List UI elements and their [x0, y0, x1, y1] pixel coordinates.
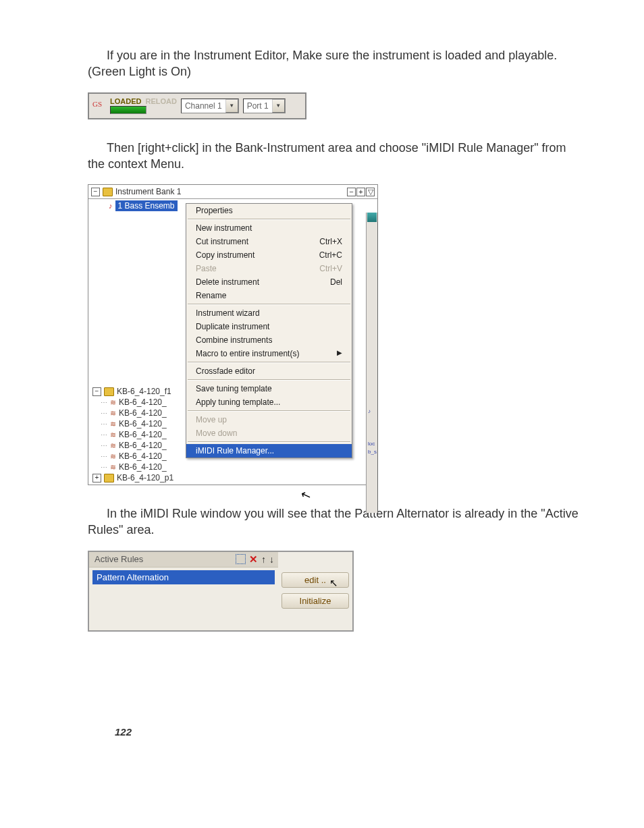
menu-cut-instrument[interactable]: Cut instrumentCtrl+X [186, 235, 352, 248]
menu-move-up: Move up [186, 413, 352, 426]
menu-separator [188, 410, 350, 412]
menu-combine-instruments[interactable]: Combine instruments [186, 333, 352, 347]
channel-value: Channel 1 [182, 101, 225, 111]
chevron-down-icon[interactable]: ▼ [272, 99, 285, 113]
group2-label: KB-6_4-120_p1 [117, 473, 173, 482]
paragraph-1: If you are in the Instrument Editor, Mak… [88, 47, 583, 80]
menu-rename[interactable]: Rename [186, 289, 352, 302]
region-label: KB-6_4-120_ [119, 419, 167, 429]
selected-instrument-row[interactable]: ♪ 1 Bass Ensemb [109, 200, 178, 211]
loaded-label: LOADED [110, 97, 141, 105]
strip-loc: loc [368, 441, 375, 447]
region-icon: ≋ [110, 420, 116, 429]
menu-paste: PasteCtrl+V [186, 262, 352, 275]
menu-separator [188, 379, 350, 381]
arrow-down-icon[interactable]: ↓ [269, 554, 274, 565]
region-label: KB-6_4-120_ [119, 397, 167, 407]
region-icon: ≋ [110, 409, 116, 418]
cursor-icon: ↖ [329, 577, 338, 589]
menu-macro[interactable]: Macro to entire instrument(s)▶ [186, 347, 352, 360]
menu-separator [188, 441, 350, 443]
edit-button[interactable]: edit .. [281, 572, 349, 588]
tree-group-2[interactable]: + KB-6_4-120_p1 [88, 472, 377, 483]
port-value: Port 1 [244, 101, 272, 111]
menu-copy-instrument[interactable]: Copy instrumentCtrl+C [186, 248, 352, 262]
menu-delete-instrument[interactable]: Delete instrumentDel [186, 275, 352, 289]
rules-list-area [89, 587, 278, 630]
menu-properties[interactable]: Properties [186, 204, 352, 217]
plus-button[interactable]: + [356, 188, 365, 196]
menu-move-down: Move down [186, 426, 352, 440]
menu-separator [188, 219, 350, 220]
region-icon: ≋ [110, 431, 116, 439]
collapse-icon[interactable]: − [91, 188, 100, 196]
context-menu: Properties New instrument Cut instrument… [186, 203, 352, 458]
strip-mark: ♪ [368, 408, 371, 414]
region-icon: ≋ [110, 398, 116, 407]
folder-icon [103, 188, 113, 196]
collapse-icon[interactable]: − [92, 387, 101, 396]
instrument-icon: ♪ [109, 202, 113, 210]
gs-icon: GS [92, 99, 106, 113]
strip-bs: b_s [368, 449, 377, 455]
region-icon: ≋ [110, 441, 116, 450]
chevron-down-icon[interactable]: ▼ [225, 99, 238, 113]
toolbar-loaded-strip: GS LOADED RELOAD Channel 1 ▼ Port 1 ▼ [88, 92, 306, 119]
region-icon: ≋ [110, 463, 116, 472]
arrow-up-icon[interactable]: ↑ [261, 554, 266, 565]
menu-new-instrument[interactable]: New instrument [186, 221, 352, 235]
menu-instrument-wizard[interactable]: Instrument wizard [186, 306, 352, 320]
loaded-indicator [110, 106, 146, 114]
paragraph-3: In the iMIDI Rule window you will see th… [88, 505, 583, 539]
menu-separator [188, 362, 350, 363]
initialize-button[interactable]: Initialize [281, 593, 349, 609]
scroll-indicator[interactable] [367, 213, 377, 222]
gs-label: GS [92, 100, 102, 108]
duplicate-icon[interactable] [236, 554, 246, 564]
tree-region[interactable]: ⋯≋KB-6_4-120_ [88, 462, 377, 472]
channel-combo[interactable]: Channel 1 ▼ [181, 99, 239, 113]
tree-side-strip: ♪ loc b_s [366, 213, 378, 513]
menu-save-tuning[interactable]: Save tuning template [186, 382, 352, 395]
context-menu-screenshot: − Instrument Bank 1 − + ▽ ♪ 1 Bass Ensem… [88, 184, 378, 485]
delete-icon[interactable]: ✕ [249, 553, 258, 565]
region-label: KB-6_4-120_ [119, 408, 167, 418]
expand-icon[interactable]: + [92, 474, 101, 482]
menu-duplicate-instrument[interactable]: Duplicate instrument [186, 320, 352, 333]
page-number: 122 [88, 726, 583, 738]
menu-apply-tuning[interactable]: Apply tuning template... [186, 395, 352, 409]
rule-item-selected[interactable]: Pattern Alternation [92, 570, 275, 584]
region-icon: ≋ [110, 452, 116, 461]
folder-icon [104, 474, 114, 482]
reload-label[interactable]: RELOAD [145, 97, 176, 105]
selected-instrument-label: 1 Bass Ensemb [115, 200, 178, 211]
paragraph-2: Then [right+click] in the Bank-Instrumen… [88, 140, 583, 173]
folder-icon [104, 387, 114, 396]
region-label: KB-6_4-120_ [119, 441, 167, 450]
menu-imidi-rule-manager[interactable]: iMIDI Rule Manager... [186, 444, 352, 458]
active-rules-panel: Active Rules ✕ ↑ ↓ Pattern Alternation e… [88, 551, 354, 632]
menu-separator [188, 304, 350, 305]
minus-button[interactable]: − [347, 188, 356, 196]
expand-down-button[interactable]: ▽ [366, 188, 375, 196]
active-rules-title: Active Rules [95, 554, 143, 564]
bank-title: Instrument Bank 1 [115, 187, 181, 196]
menu-crossfade-editor[interactable]: Crossfade editor [186, 364, 352, 378]
region-label: KB-6_4-120_ [119, 430, 167, 439]
group-label: KB-6_4-120_f1 [117, 387, 171, 396]
region-label: KB-6_4-120_ [119, 462, 167, 472]
region-label: KB-6_4-120_ [119, 451, 167, 461]
port-combo[interactable]: Port 1 ▼ [243, 99, 286, 113]
cursor-icon: ↖ [298, 487, 313, 504]
submenu-arrow-icon: ▶ [337, 349, 342, 358]
